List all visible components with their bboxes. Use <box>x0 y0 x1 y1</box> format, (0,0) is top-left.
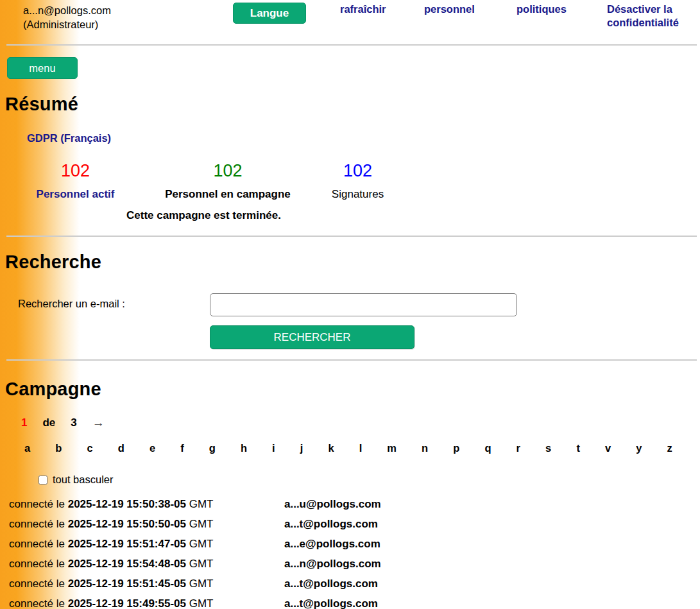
stat-signatures: 102 Signatures <box>308 160 407 201</box>
log-row: connecté le 2025-12-19 15:49:55-05 GMT a… <box>9 594 689 609</box>
pagination-of-label: de <box>42 416 55 429</box>
toggle-all-checkbox[interactable] <box>38 476 47 485</box>
alphabet-letter-f[interactable]: f <box>180 442 184 454</box>
row-timestamp: 2025-12-19 15:50:50-05 <box>68 518 186 530</box>
alphabet-letter-g[interactable]: g <box>209 442 216 454</box>
row-connected-label: connecté le <box>9 498 65 510</box>
connection-log-list: connecté le 2025-12-19 15:50:38-05 GMT a… <box>9 494 689 609</box>
nav-link-refresh[interactable]: rafraîchir <box>340 3 386 16</box>
alphabet-letter-c[interactable]: c <box>87 442 92 454</box>
row-connected-label: connecté le <box>9 538 65 550</box>
campaign-status-text: Cette campagne est terminée. <box>67 209 340 222</box>
row-timestamp: 2025-12-19 15:49:55-05 <box>68 597 186 609</box>
alphabet-letter-z[interactable]: z <box>667 442 672 454</box>
row-connected-label: connecté le <box>9 558 65 570</box>
row-connected-label: connecté le <box>9 597 65 609</box>
row-email: a...u@pollogs.com <box>284 494 381 514</box>
row-email: a...t@pollogs.com <box>284 514 378 534</box>
pagination-next-arrow-icon[interactable]: → <box>92 416 105 430</box>
row-email: a...e@pollogs.com <box>284 534 380 554</box>
stat-label-signatures: Signatures <box>308 188 407 201</box>
search-input[interactable] <box>210 293 517 316</box>
alphabet-letter-k[interactable]: k <box>328 442 334 454</box>
alphabet-letter-a[interactable]: a <box>24 442 30 454</box>
row-gmt-label: GMT <box>189 558 214 570</box>
policy-link-gdpr[interactable]: GDPR (Français) <box>27 132 111 144</box>
menu-button[interactable]: menu <box>7 57 78 79</box>
alphabet-letter-r[interactable]: r <box>516 442 520 454</box>
pagination: 1 de 3 → <box>21 416 105 430</box>
alphabet-letter-d[interactable]: d <box>118 442 124 454</box>
alphabet-letter-m[interactable]: m <box>387 442 397 454</box>
alphabet-letter-h[interactable]: h <box>241 442 247 454</box>
row-email: a...t@pollogs.com <box>284 594 378 609</box>
alphabet-letter-s[interactable]: s <box>545 442 551 454</box>
row-email: a...t@pollogs.com <box>284 574 378 594</box>
log-row: connecté le 2025-12-19 15:54:48-05 GMT a… <box>9 554 689 574</box>
log-row: connecté le 2025-12-19 15:51:45-05 GMT a… <box>9 574 689 594</box>
alphabet-letter-b[interactable]: b <box>55 442 62 454</box>
divider-header <box>6 44 697 46</box>
toggle-all-row: tout basculer <box>38 474 113 486</box>
row-email: a...n@pollogs.com <box>284 554 381 574</box>
page: a...n@pollogs.com (Administrateur) Langu… <box>0 0 700 609</box>
stat-value-campaign: 102 <box>148 160 308 181</box>
alphabet-letter-i[interactable]: i <box>272 442 275 454</box>
stat-value-signatures: 102 <box>308 160 407 181</box>
alphabet-letter-y[interactable]: y <box>636 442 642 454</box>
alphabet-letter-j[interactable]: j <box>300 442 303 454</box>
user-role: (Administrateur) <box>23 17 111 31</box>
alphabet-letter-v[interactable]: v <box>605 442 611 454</box>
row-connected-label: connecté le <box>9 518 65 530</box>
row-gmt-label: GMT <box>189 498 214 510</box>
stat-value-active: 102 <box>13 160 138 181</box>
log-row: connecté le 2025-12-19 15:50:38-05 GMT a… <box>9 494 689 514</box>
nav-link-personnel[interactable]: personnel <box>424 3 475 16</box>
alphabet-letter-t[interactable]: t <box>576 442 580 454</box>
row-connected-label: connecté le <box>9 578 65 590</box>
row-timestamp: 2025-12-19 15:51:47-05 <box>68 538 186 550</box>
pagination-current-page: 1 <box>21 416 27 429</box>
search-title: Recherche <box>5 252 101 273</box>
stat-campaign-personnel: 102 Personnel en campagne <box>148 160 308 201</box>
divider-search <box>6 359 697 361</box>
row-gmt-label: GMT <box>189 578 214 590</box>
language-button[interactable]: Langue <box>233 3 306 24</box>
pagination-total-pages: 3 <box>71 416 76 429</box>
search-label: Rechercher un e-mail : <box>18 298 125 310</box>
alphabet-filter: a b c d e f g h i j k l m n p q r s t v … <box>24 442 672 454</box>
stat-active-personnel: 102 Personnel actif <box>13 160 138 201</box>
stat-label-active[interactable]: Personnel actif <box>13 188 138 201</box>
row-gmt-label: GMT <box>189 597 214 609</box>
row-gmt-label: GMT <box>189 518 214 530</box>
alphabet-letter-e[interactable]: e <box>149 442 155 454</box>
row-timestamp: 2025-12-19 15:51:45-05 <box>68 578 186 590</box>
alphabet-letter-p[interactable]: p <box>453 442 459 454</box>
divider-summary <box>6 236 697 237</box>
row-timestamp: 2025-12-19 15:54:48-05 <box>68 558 186 570</box>
nav-link-policies[interactable]: politiques <box>516 3 567 16</box>
alphabet-letter-q[interactable]: q <box>484 442 491 454</box>
log-row: connecté le 2025-12-19 15:50:50-05 GMT a… <box>9 514 689 534</box>
campaign-title: Campagne <box>5 379 101 400</box>
user-email: a...n@pollogs.com <box>23 3 111 17</box>
user-info: a...n@pollogs.com (Administrateur) <box>23 3 111 31</box>
nav-link-disable-privacy[interactable]: Désactiver la confidentialité <box>607 3 695 30</box>
alphabet-letter-l[interactable]: l <box>359 442 363 454</box>
row-gmt-label: GMT <box>189 538 214 550</box>
log-row: connecté le 2025-12-19 15:51:47-05 GMT a… <box>9 534 689 554</box>
alphabet-letter-n[interactable]: n <box>422 442 428 454</box>
search-button[interactable]: RECHERCHER <box>210 325 414 349</box>
stat-label-campaign: Personnel en campagne <box>148 188 308 201</box>
row-timestamp: 2025-12-19 15:50:38-05 <box>68 498 186 510</box>
toggle-all-label[interactable]: tout basculer <box>53 474 113 486</box>
summary-title: Résumé <box>5 94 78 115</box>
